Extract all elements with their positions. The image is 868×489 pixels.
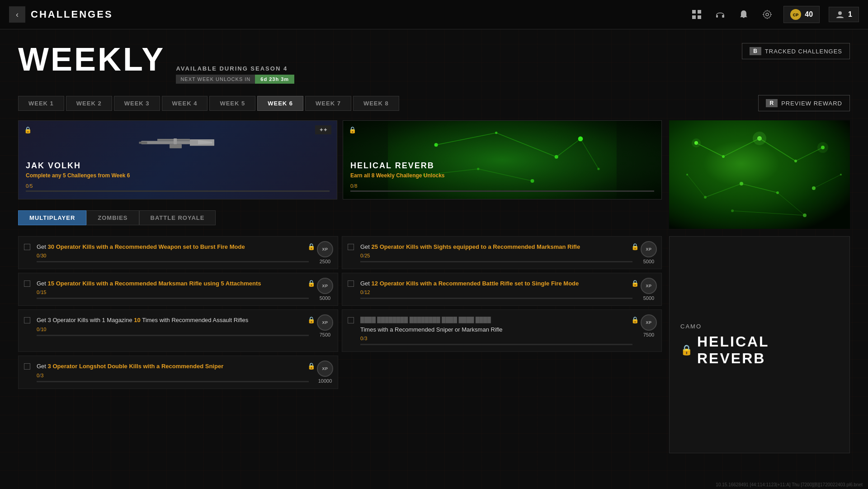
svg-rect-14	[170, 144, 182, 148]
preview-reward-button[interactable]: R PREVIEW REWARD	[758, 95, 850, 111]
tab-week1[interactable]: WEEK 1	[18, 96, 64, 111]
top-bar: ‹ CHALLENGES	[0, 0, 868, 29]
tab-week6[interactable]: WEEK 6	[257, 96, 303, 111]
challenge-lock-1: 🔒	[307, 243, 315, 250]
svg-rect-5	[722, 15, 724, 18]
unlock-label: NEXT WEEK UNLOCKS IN	[176, 75, 255, 84]
challenge-item-1: 🔒 XP 2500 Get 30 Operator Kills with a R…	[18, 236, 338, 269]
reward-desc-camo: Earn all 8 Weekly Challenge Unlocks	[350, 172, 654, 179]
tab-week2[interactable]: WEEK 2	[66, 96, 112, 111]
headphones-icon[interactable]	[713, 7, 727, 22]
tab-zombies[interactable]: ZOMBIES	[86, 210, 139, 225]
challenge-checkbox-3[interactable]	[24, 280, 30, 287]
challenge-checkbox-4[interactable]	[348, 280, 354, 287]
challenge-progress-6: 0/3	[360, 336, 655, 341]
tab-multiplayer[interactable]: MULTIPLAYER	[18, 210, 86, 225]
challenge-item-8-empty	[342, 356, 662, 389]
challenge-bar-3	[37, 298, 309, 299]
challenge-bar-4	[360, 298, 632, 299]
challenge-item-3: 🔒 XP 5000 Get 15 Operator Kills with a R…	[18, 273, 338, 306]
category-tabs: MULTIPLAYER ZOMBIES BATTLE ROYALE	[18, 210, 662, 225]
challenge-checkbox-1[interactable]	[24, 244, 30, 250]
xp-badge-4: XP 5000	[641, 278, 657, 301]
progress-bar-gun	[26, 190, 330, 192]
challenge-bar-2	[360, 261, 632, 262]
xp-value-1: 2500	[320, 259, 330, 264]
camo-image	[669, 120, 850, 229]
xp-icon-6: XP	[641, 314, 657, 331]
challenge-checkbox-7[interactable]	[24, 363, 30, 370]
tracked-label: TRACKED CHALLENGES	[765, 48, 842, 55]
reward-desc-prefix-camo: Earn all	[350, 172, 372, 179]
prog-tot-camo: 8	[354, 183, 357, 189]
xp-value-6: 7500	[643, 332, 654, 337]
challenge-checkbox-5[interactable]	[24, 317, 30, 323]
xp-value-3: 5000	[320, 295, 330, 301]
svg-point-60	[817, 142, 828, 153]
tab-week3[interactable]: WEEK 3	[114, 96, 160, 111]
camo-preview	[669, 120, 850, 229]
xp-icon-3: XP	[317, 278, 333, 294]
challenge-checkbox-6[interactable]	[348, 317, 354, 323]
unlock-timer: 6d 23h 3m	[255, 75, 294, 84]
prog-cur-camo: 0	[350, 183, 353, 189]
svg-point-6	[766, 13, 769, 16]
challenge-progress-5: 0/10	[37, 327, 331, 332]
xp-icon-1: XP	[317, 241, 333, 257]
challenge-checkbox-2[interactable]	[348, 244, 354, 250]
challenge-text-1: Get 30 Operator Kills with a Recommended…	[37, 243, 331, 251]
xp-icon-7: XP	[317, 361, 333, 377]
available-text: AVAILABLE DURING SEASON 4	[176, 65, 294, 72]
player-level: 1	[848, 10, 852, 19]
challenge-bar-5	[37, 335, 309, 336]
tab-week5[interactable]: WEEK 5	[209, 96, 255, 111]
challenge-bar-7	[37, 381, 309, 382]
right-panel: CAMO 🔒 HELICAL REVERB	[669, 120, 850, 453]
challenges-panel: 🔒 ✦✦	[18, 120, 662, 453]
xp-icon-2: XP	[641, 241, 657, 257]
challenge-text-2: Get 25 Operator Kills with Sights equipp…	[360, 243, 655, 251]
xp-value-5: 7500	[320, 332, 330, 337]
tab-week4[interactable]: WEEK 4	[162, 96, 208, 111]
camo-name-box: 🔒 HELICAL REVERB	[680, 333, 839, 367]
challenge-text-4: Get 12 Operator Kills with a Recommended…	[360, 280, 655, 288]
bell-icon[interactable]	[736, 7, 751, 22]
progress-label-gun: 0/5	[26, 183, 330, 189]
tracked-challenges-button[interactable]: B TRACKED CHALLENGES	[742, 43, 850, 59]
debug-text: 10.15.16628491 [44:114:1123|+11:A] Thu […	[716, 482, 863, 487]
challenges-list: 🔒 XP 2500 Get 30 Operator Kills with a R…	[18, 236, 662, 389]
player-box: 1	[829, 7, 859, 22]
challenge-hl-7: 3	[48, 363, 51, 370]
challenge-hl-2: 25	[372, 243, 378, 250]
tab-week7[interactable]: WEEK 7	[305, 96, 351, 111]
reward-desc-suffix-gun: Challenges from Week 6	[66, 172, 130, 179]
camo-lock-icon: 🔒	[680, 344, 693, 356]
challenge-progress-4: 0/12	[360, 290, 655, 295]
top-bar-right: CP 40 1	[689, 6, 859, 23]
settings-icon[interactable]	[760, 7, 774, 22]
tab-week8[interactable]: WEEK 8	[353, 96, 399, 111]
challenge-lock-5: 🔒	[307, 316, 315, 323]
xp-icon-4: XP	[641, 278, 657, 294]
challenge-item-2: 🔒 XP 5000 Get 25 Operator Kills with Sig…	[342, 236, 662, 269]
challenge-bar-6	[360, 344, 632, 345]
challenge-post-1: Operator Kills with a Recommended Weapon…	[54, 243, 245, 250]
reward-name-gun: JAK VOLKH	[26, 161, 330, 171]
challenge-text-7: Get 3 Operator Longshot Double Kills wit…	[37, 362, 331, 370]
challenge-hl-5: 10	[134, 317, 140, 323]
tab-battle-royale[interactable]: BATTLE ROYALE	[139, 210, 216, 225]
xp-badge-2: XP 5000	[641, 241, 657, 264]
header-left: WEEKLY AVAILABLE DURING SEASON 4 NEXT WE…	[18, 43, 294, 84]
reward-card-content-gun: JAK VOLKH Complete any 5 Challenges from…	[26, 128, 330, 192]
challenge-hl-3: 15	[48, 280, 54, 287]
back-button[interactable]: ‹ CHALLENGES	[9, 6, 113, 23]
xp-value-4: 5000	[643, 295, 654, 301]
reward-cards: 🔒 ✦✦	[18, 120, 662, 199]
svg-rect-2	[692, 15, 696, 19]
challenge-hl-4: 12	[372, 280, 378, 287]
prog-cur-gun: 0	[26, 183, 28, 189]
reward-hl-gun: 5	[63, 172, 66, 179]
reward-desc-gun: Complete any 5 Challenges from Week 6	[26, 172, 330, 179]
challenge-item-5: 🔒 XP 7500 Get 3 Operator Kills with 1 Ma…	[18, 309, 338, 352]
grid-icon[interactable]	[689, 7, 704, 22]
